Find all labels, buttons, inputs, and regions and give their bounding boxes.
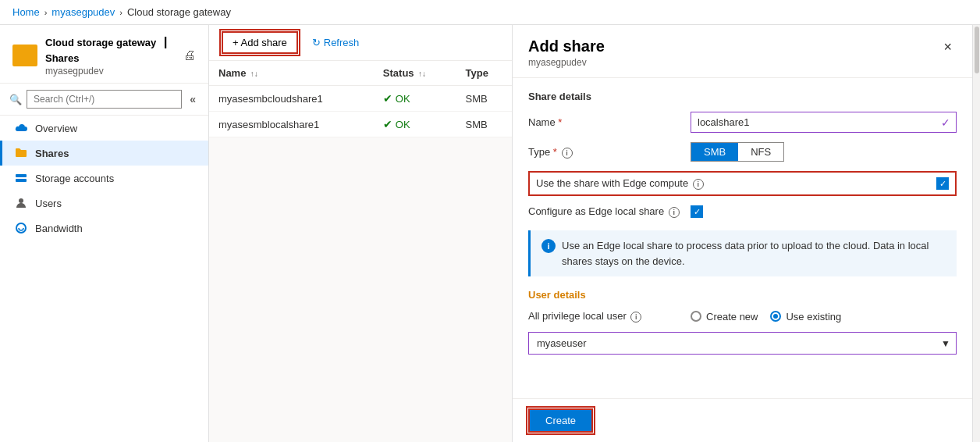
search-bar: 🔍 « (0, 84, 208, 116)
info-box-text: Use an Edge local share to process data … (562, 238, 946, 269)
use-existing-radio[interactable] (770, 311, 781, 322)
user-icon (15, 197, 27, 209)
name-row: Name * ✓ (528, 112, 957, 133)
col-name[interactable]: Name ↑↓ (209, 61, 374, 86)
svg-rect-1 (16, 179, 27, 182)
resource-header: Cloud storage gateway | Shares myasegpud… (0, 25, 208, 84)
scrollbar-thumb[interactable] (975, 27, 979, 73)
left-panel: Cloud storage gateway | Shares myasegpud… (0, 25, 209, 442)
privilege-info-icon[interactable]: i (630, 312, 641, 323)
folder-icon (12, 45, 37, 66)
print-icon[interactable]: 🖨 (183, 48, 196, 62)
use-existing-label: Use existing (786, 311, 841, 323)
content-area: + Add share ↻ Refresh Name ↑↓ Status (209, 25, 512, 442)
panel-title: Add share (528, 37, 605, 55)
sidebar-item-overview[interactable]: Overview (0, 116, 208, 141)
edge-compute-label: Use the share with Edge compute i (536, 177, 930, 190)
nav-section: Overview Shares Storage accounts Users (0, 116, 208, 442)
name-required: * (558, 116, 562, 128)
sidebar-item-bandwidth[interactable]: Bandwidth (0, 216, 208, 241)
scrollbar[interactable] (972, 25, 980, 442)
table-container: Name ↑↓ Status ↑↓ Type myas (209, 61, 512, 442)
create-new-option[interactable]: Create new (691, 311, 758, 323)
share-status: ✔ OK (374, 112, 456, 137)
sidebar-item-shares-label: Shares (35, 148, 69, 159)
svg-point-2 (19, 198, 23, 203)
add-share-panel: Add share myasegpudev × Share details Na… (512, 25, 972, 442)
cloud-icon (15, 122, 27, 134)
configure-label: Configure as Edge local share i (528, 205, 684, 218)
collapse-button[interactable]: « (186, 91, 199, 107)
refresh-button[interactable]: ↻ Refresh (304, 33, 368, 52)
edge-compute-checkbox[interactable]: ✓ (936, 177, 949, 190)
resource-subtitle: myasegpudev (45, 66, 176, 77)
col-status[interactable]: Status ↑↓ (374, 61, 456, 86)
share-type: SMB (456, 112, 512, 137)
type-required: * (553, 146, 557, 158)
status-ok-icon: ✔ (383, 118, 392, 130)
panel-header: Add share myasegpudev × (513, 25, 972, 78)
type-toggle: SMB NFS (691, 142, 784, 162)
col-type[interactable]: Type (456, 61, 512, 86)
breadcrumb-home[interactable]: Home (12, 6, 40, 18)
configure-checkbox[interactable]: ✓ (691, 205, 703, 218)
shares-table: Name ↑↓ Status ↑↓ Type myas (209, 61, 512, 137)
sidebar-item-users[interactable]: Users (0, 191, 208, 216)
user-select[interactable]: myaseuser (528, 332, 957, 355)
nfs-button[interactable]: NFS (738, 143, 783, 161)
sidebar-item-storage[interactable]: Storage accounts (0, 166, 208, 191)
type-info-icon[interactable]: i (562, 148, 573, 159)
check-icon: ✓ (941, 116, 950, 129)
user-radio-group: Create new Use existing (691, 311, 841, 323)
content-toolbar: + Add share ↻ Refresh (209, 25, 512, 61)
add-share-button[interactable]: + Add share (222, 31, 298, 54)
name-input[interactable] (691, 112, 957, 133)
create-new-radio[interactable] (691, 311, 701, 322)
sort-icon-status[interactable]: ↑↓ (418, 70, 426, 78)
close-button[interactable]: × (939, 37, 957, 57)
use-existing-option[interactable]: Use existing (770, 311, 841, 323)
sidebar-item-storage-label: Storage accounts (35, 173, 114, 184)
privilege-label: All privilege local user i (528, 310, 684, 323)
sidebar-item-overview-label: Overview (35, 123, 77, 134)
sidebar-item-bandwidth-label: Bandwidth (35, 223, 83, 234)
create-button[interactable]: Create (528, 408, 593, 433)
share-status: ✔ OK (374, 86, 456, 112)
edge-compute-row: Use the share with Edge compute i ✓ (528, 171, 957, 196)
user-select-wrapper: myaseuser ▼ (528, 332, 957, 355)
search-input[interactable] (27, 90, 182, 109)
svg-point-3 (16, 223, 26, 233)
svg-rect-0 (16, 174, 27, 177)
status-ok-icon: ✔ (383, 92, 392, 105)
breadcrumb-device[interactable]: myasegpudev (51, 6, 115, 18)
radio-inner-dot (773, 314, 778, 319)
share-name: myasesmblocalshare1 (209, 112, 374, 137)
smb-button[interactable]: SMB (691, 143, 738, 161)
panel-footer: Create (513, 398, 972, 442)
search-icon: 🔍 (9, 94, 22, 105)
name-label: Name * (528, 116, 684, 128)
panel-body: Share details Name * ✓ Type * i (513, 78, 972, 398)
share-name: myasesmbcloudshare1 (209, 86, 374, 112)
privilege-row: All privilege local user i Create new Us… (528, 310, 957, 323)
breadcrumb-current: Cloud storage gateway (127, 6, 231, 18)
share-details-title: Share details (528, 91, 957, 102)
configure-info-icon[interactable]: i (669, 207, 680, 218)
edge-compute-info-icon[interactable]: i (693, 179, 704, 190)
storage-icon (15, 172, 27, 184)
info-box: i Use an Edge local share to process dat… (528, 230, 957, 276)
sidebar-item-users-label: Users (35, 198, 62, 209)
folder-nav-icon (15, 147, 27, 159)
info-circle-icon: i (541, 239, 556, 253)
table-row[interactable]: myasesmblocalshare1 ✔ OK SMB (209, 112, 512, 137)
sort-icon[interactable]: ↑↓ (250, 70, 258, 78)
sidebar-item-shares[interactable]: Shares (0, 141, 208, 166)
table-row[interactable]: myasesmbcloudshare1 ✔ OK SMB (209, 86, 512, 112)
type-label: Type * i (528, 146, 684, 159)
resource-title: Cloud storage gateway | Shares (45, 34, 176, 66)
panel-subtitle: myasegpudev (528, 57, 605, 68)
breadcrumb: Home › myasegpudev › Cloud storage gatew… (0, 0, 980, 25)
bandwidth-icon (15, 222, 27, 234)
share-type: SMB (456, 86, 512, 112)
user-details-title: User details (528, 289, 957, 301)
